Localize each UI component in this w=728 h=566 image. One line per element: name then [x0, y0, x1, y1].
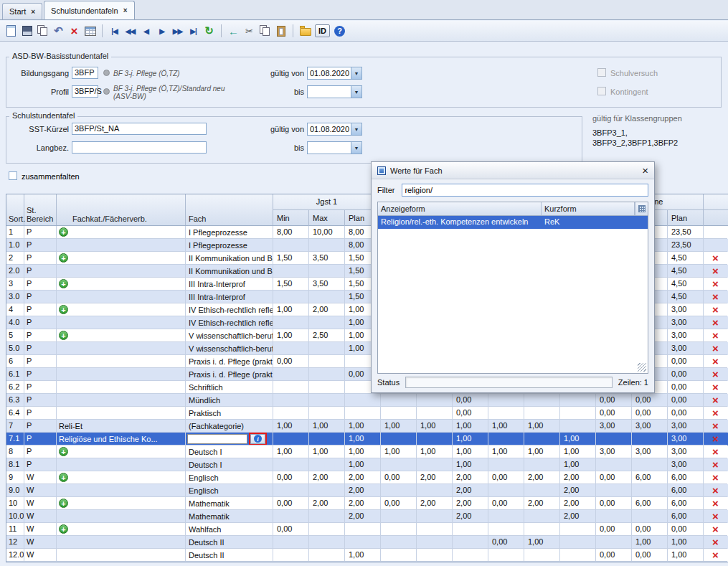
- table-row[interactable]: 12.0WDeutsch II1,000,000,001,00×: [6, 549, 728, 562]
- tab-schulstundentafeln[interactable]: Schulstundentafeln ×: [44, 1, 134, 19]
- col-header-fach[interactable]: Fach: [186, 194, 273, 225]
- id-button[interactable]: ID: [315, 24, 330, 37]
- profil-field[interactable]: 3BFP/S: [72, 85, 98, 98]
- gueltig-von2-combo[interactable]: 01.08.2020 ▼: [307, 123, 362, 136]
- table-row[interactable]: 9.0WEnglisch2,002,002,006,00×: [6, 484, 728, 497]
- col-subheader[interactable]: Plan: [668, 210, 704, 226]
- tab-start[interactable]: Start ×: [2, 3, 42, 19]
- delete-row-icon[interactable]: ×: [712, 318, 719, 328]
- nav-fast-back-button[interactable]: ◀◀: [123, 24, 138, 39]
- add-fachkategorie-icon[interactable]: +: [59, 473, 68, 482]
- delete-row-icon[interactable]: ×: [712, 421, 719, 431]
- table-row[interactable]: 6.3PMündlich0,000,000,000,00×: [6, 394, 728, 407]
- delete-row-icon[interactable]: ×: [712, 550, 719, 560]
- delete-row-icon[interactable]: ×: [712, 486, 719, 496]
- table-row[interactable]: 8.1PDeutsch I1,001,001,003,00×: [6, 458, 728, 471]
- dialog-title-bar[interactable]: Werte für Fach ×: [372, 162, 654, 179]
- bis-combo[interactable]: ▼: [307, 85, 362, 98]
- column-config-button[interactable]: [635, 202, 648, 215]
- add-fachkategorie-icon[interactable]: +: [59, 279, 68, 288]
- col-header-kurzform[interactable]: Kurzform: [542, 202, 635, 215]
- delete-row-icon[interactable]: ×: [712, 369, 719, 379]
- delete-row-icon[interactable]: ×: [712, 331, 719, 341]
- delete-row-icon[interactable]: ×: [712, 524, 719, 534]
- nav-last-button[interactable]: ▶|: [186, 24, 201, 39]
- col-header-fachkat[interactable]: Fachkat./Fächerverb.: [57, 194, 186, 225]
- delete-row-icon[interactable]: ×: [712, 408, 719, 418]
- refresh-button[interactable]: ↻: [202, 24, 217, 39]
- add-fachkategorie-icon[interactable]: +: [59, 305, 68, 314]
- dialog-close-icon[interactable]: ×: [642, 166, 648, 176]
- table-row[interactable]: 9W+Englisch0,002,002,000,002,002,000,002…: [6, 471, 728, 484]
- delete-row-icon[interactable]: ×: [712, 434, 719, 444]
- chevron-down-icon[interactable]: ▼: [351, 123, 361, 135]
- langbez-field[interactable]: [72, 141, 207, 154]
- delete-row-icon[interactable]: ×: [712, 499, 719, 509]
- add-fachkategorie-icon[interactable]: +: [59, 499, 68, 508]
- delete-row-icon[interactable]: ×: [712, 279, 719, 289]
- add-fachkategorie-icon[interactable]: +: [59, 227, 68, 237]
- chevron-down-icon[interactable]: ▼: [351, 67, 361, 79]
- copy-button[interactable]: [257, 24, 273, 39]
- fach-picker-button[interactable]: i: [250, 434, 265, 444]
- col-subheader[interactable]: Min: [273, 210, 309, 226]
- col-header-anzeigeform[interactable]: Anzeigeform: [378, 202, 542, 215]
- table-row[interactable]: 6.4PPraktisch0,000,000,000,00×: [6, 407, 728, 420]
- cut-button[interactable]: ✂: [242, 24, 257, 39]
- bildungsgang-field[interactable]: 3BFP: [72, 67, 98, 79]
- table-row[interactable]: 10W+Mathematik0,002,002,000,002,002,000,…: [6, 497, 728, 510]
- fach-edit-input[interactable]: [187, 434, 247, 444]
- chevron-down-icon[interactable]: ▼: [351, 86, 361, 98]
- delete-row-icon[interactable]: ×: [712, 266, 719, 276]
- paste-button[interactable]: [273, 24, 288, 39]
- delete-row-icon[interactable]: ×: [712, 473, 719, 483]
- tab-close-icon[interactable]: ×: [31, 8, 35, 16]
- gueltig-von-combo[interactable]: 01.08.2020 ▼: [307, 67, 362, 80]
- nav-forward-button[interactable]: ▶: [154, 24, 169, 39]
- delete-row-icon[interactable]: ×: [712, 382, 719, 392]
- col-group-header[interactable]: Jgst 1: [273, 194, 381, 210]
- col-header-st-bereich[interactable]: St.Bereich: [24, 194, 57, 225]
- table-row[interactable]: 12WDeutsch II0,001,001,001,00×: [6, 536, 728, 549]
- delete-record-button[interactable]: ×: [67, 24, 82, 39]
- nav-first-button[interactable]: |◀: [107, 24, 122, 39]
- resize-grip[interactable]: [638, 363, 646, 372]
- tab-close-icon[interactable]: ×: [123, 6, 128, 14]
- go-back-button[interactable]: ←: [226, 24, 241, 39]
- table-row[interactable]: 8P+Deutsch I1,001,001,001,001,001,001,00…: [6, 445, 728, 458]
- delete-row-icon[interactable]: ×: [712, 305, 719, 315]
- copy-record-button[interactable]: [35, 24, 50, 39]
- delete-row-icon[interactable]: ×: [712, 395, 719, 405]
- delete-row-icon[interactable]: ×: [712, 447, 719, 457]
- zusammenfalten-checkbox[interactable]: [9, 171, 17, 180]
- col-header-sort[interactable]: Sort.: [6, 194, 24, 225]
- table-view-button[interactable]: [82, 24, 98, 39]
- add-fachkategorie-icon[interactable]: +: [59, 524, 68, 534]
- filter-input[interactable]: [402, 184, 648, 197]
- folder-button[interactable]: [298, 24, 313, 39]
- delete-row-icon[interactable]: ×: [712, 460, 719, 470]
- delete-row-icon[interactable]: ×: [712, 511, 719, 522]
- save-record-button[interactable]: [19, 24, 34, 39]
- bis2-combo[interactable]: ▼: [307, 141, 362, 154]
- table-row[interactable]: 11W+Wahlfach0,000,000,000,00×: [6, 523, 728, 536]
- add-fachkategorie-icon[interactable]: +: [59, 447, 68, 456]
- table-row[interactable]: 7PReli-Et(Fachkategorie)1,001,001,001,00…: [6, 420, 728, 433]
- nav-back-button[interactable]: ◀: [138, 24, 153, 39]
- table-row[interactable]: 7.1PReligiöse und Ethische Ko...i1,001,0…: [6, 433, 728, 445]
- kontingent-checkbox[interactable]: [597, 87, 606, 95]
- delete-row-icon[interactable]: ×: [712, 344, 719, 354]
- delete-row-icon[interactable]: ×: [712, 253, 719, 263]
- chevron-down-icon[interactable]: ▼: [351, 142, 361, 154]
- add-fachkategorie-icon[interactable]: +: [59, 331, 68, 340]
- dialog-result-row[interactable]: Religion/rel.-eth. Kompetenzen entwickel…: [378, 216, 648, 229]
- sst-kuerzel-field[interactable]: 3BFP/St_NA: [72, 123, 207, 135]
- col-subheader[interactable]: Max: [309, 210, 345, 226]
- table-row[interactable]: 10.0WMathematik2,002,002,006,00×: [6, 510, 728, 523]
- new-record-button[interactable]: [4, 24, 19, 39]
- delete-row-icon[interactable]: ×: [712, 357, 719, 367]
- add-fachkategorie-icon[interactable]: +: [59, 253, 68, 263]
- nav-fast-forward-button[interactable]: ▶▶: [170, 24, 185, 39]
- schulversuch-checkbox[interactable]: [597, 68, 606, 77]
- delete-row-icon[interactable]: ×: [712, 537, 719, 547]
